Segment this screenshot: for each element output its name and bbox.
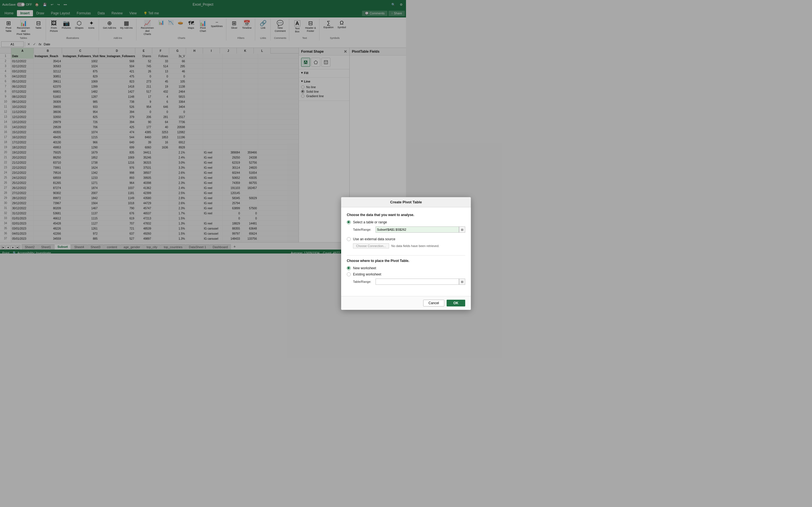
external-source-option[interactable]: Use an external data source xyxy=(347,237,406,241)
table-range-label: Table/Range: xyxy=(353,228,375,231)
external-source-label: Use an external data source xyxy=(353,237,395,241)
table-range-row: Table/Range: ⊟ xyxy=(353,226,406,233)
external-source-radio[interactable] xyxy=(347,237,351,241)
modal-data-section-title: Choose the data that you want to analyse… xyxy=(347,213,406,217)
table-range-input[interactable] xyxy=(375,226,406,233)
select-table-label: Select a table or range xyxy=(353,220,387,224)
modal-title: Create Pivot Table xyxy=(341,197,406,207)
select-table-radio[interactable] xyxy=(347,220,351,224)
choose-connection-row: Choose Connection... No data fields have… xyxy=(353,243,406,248)
create-pivot-table-modal: Create Pivot Table Choose the data that … xyxy=(341,197,406,253)
modal-body: Choose the data that you want to analyse… xyxy=(341,207,406,253)
modal-overlay[interactable]: Create Pivot Table Choose the data that … xyxy=(0,0,406,253)
choose-connection-btn[interactable]: Choose Connection... xyxy=(353,243,389,248)
no-data-hint: No data fields have been retrieved. xyxy=(391,244,406,247)
modal-data-radio-group: Select a table or range Table/Range: ⊟ U… xyxy=(347,220,406,251)
select-table-range-option[interactable]: Select a table or range xyxy=(347,220,406,224)
